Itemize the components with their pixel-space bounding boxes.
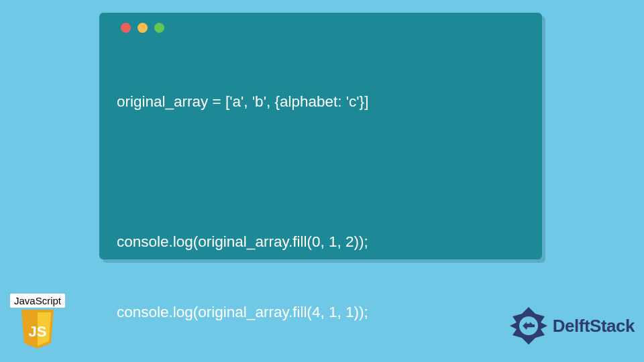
- code-line: console.log(original_array.fill(4, 1, 1)…: [117, 301, 525, 324]
- minimize-icon: [138, 23, 148, 33]
- traffic-lights: [121, 23, 525, 33]
- code-window: original_array = ['a', 'b', {alphabet: '…: [99, 13, 542, 259]
- code-block: original_array = ['a', 'b', {alphabet: '…: [117, 44, 525, 362]
- javascript-badge: JavaScript JS: [7, 294, 68, 349]
- js-logo-text: JS: [29, 323, 47, 340]
- delftstack-logo-icon: ⇄: [507, 304, 550, 347]
- code-line: [117, 160, 525, 184]
- delftstack-badge: ⇄ DelftStack: [507, 304, 635, 347]
- delftstack-text: DelftStack: [553, 316, 635, 337]
- javascript-label: JavaScript: [10, 294, 65, 308]
- close-icon: [121, 23, 131, 33]
- javascript-logo-icon: JS: [20, 310, 55, 349]
- code-line: original_array = ['a', 'b', {alphabet: '…: [117, 90, 525, 114]
- code-line: console.log(original_array.fill(0, 1, 2)…: [117, 231, 525, 254]
- maximize-icon: [154, 23, 164, 33]
- svg-text:⇄: ⇄: [525, 320, 533, 330]
